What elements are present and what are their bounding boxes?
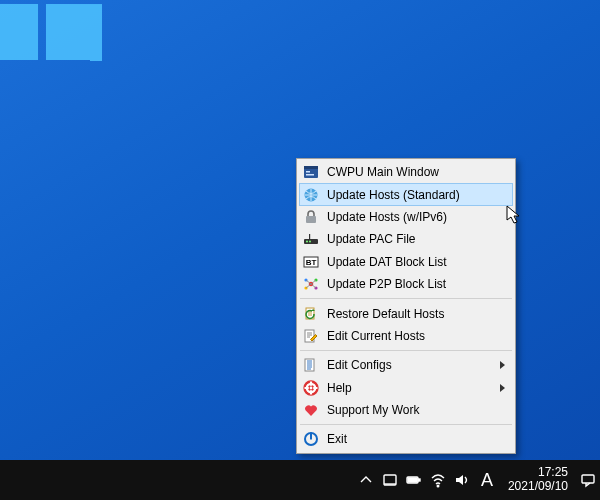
menu-item[interactable]: Edit Configs	[299, 354, 513, 376]
menu-separator	[300, 298, 512, 299]
submenu-arrow-icon	[500, 361, 505, 369]
restore-icon	[303, 306, 319, 322]
menu-item[interactable]: Update PAC File	[299, 228, 513, 250]
system-tray: A 17:25 2021/09/10	[354, 460, 600, 500]
exit-icon	[303, 431, 319, 447]
menu-item-label: Help	[327, 381, 352, 395]
windows-logo	[0, 0, 102, 61]
menu-item[interactable]: BTUpdate DAT Block List	[299, 251, 513, 273]
menu-item[interactable]: Update P2P Block List	[299, 273, 513, 295]
svg-point-21	[309, 386, 313, 390]
desktop[interactable]: CWPU Main WindowUpdate Hosts (Standard)U…	[0, 0, 600, 460]
menu-item-label: Update Hosts (Standard)	[327, 188, 460, 202]
app-window-icon	[303, 164, 319, 180]
taskbar[interactable]: A 17:25 2021/09/10	[0, 460, 600, 500]
svg-rect-29	[582, 475, 594, 483]
svg-rect-9	[309, 234, 310, 239]
p2p-icon	[303, 276, 319, 292]
menu-item-label: Edit Configs	[327, 358, 392, 372]
lock-icon	[303, 209, 319, 225]
menu-item[interactable]: Edit Current Hosts	[299, 325, 513, 347]
bt-icon: BT	[303, 254, 319, 270]
menu-item-label: Update P2P Block List	[327, 277, 446, 291]
menu-item[interactable]: Help	[299, 377, 513, 399]
wifi-icon[interactable]	[426, 460, 450, 500]
svg-rect-5	[306, 216, 316, 223]
configs-icon	[303, 357, 319, 373]
menu-item[interactable]: Update Hosts (w/IPv6)	[299, 206, 513, 228]
svg-text:BT: BT	[306, 258, 317, 267]
clock-time: 17:25	[538, 466, 568, 480]
battery-icon[interactable]	[402, 460, 426, 500]
svg-rect-23	[310, 433, 312, 440]
menu-separator	[300, 424, 512, 425]
menu-item[interactable]: CWPU Main Window	[299, 161, 513, 183]
taskbar-clock[interactable]: 17:25 2021/09/10	[500, 466, 576, 494]
submenu-arrow-icon	[500, 384, 505, 392]
menu-item-label: CWPU Main Window	[327, 165, 439, 179]
tray-context-menu: CWPU Main WindowUpdate Hosts (Standard)U…	[296, 158, 516, 454]
menu-item-label: Exit	[327, 432, 347, 446]
svg-rect-1	[304, 166, 318, 169]
heart-icon	[303, 402, 319, 418]
clock-date: 2021/09/10	[508, 480, 568, 494]
ime-indicator[interactable]: A	[474, 460, 500, 500]
menu-item-label: Restore Default Hosts	[327, 307, 444, 321]
svg-point-8	[309, 241, 311, 243]
svg-rect-27	[408, 478, 417, 482]
menu-item[interactable]: Exit	[299, 428, 513, 450]
volume-icon[interactable]	[450, 460, 474, 500]
menu-item[interactable]: Restore Default Hosts	[299, 302, 513, 324]
menu-item[interactable]: Support My Work	[299, 399, 513, 421]
svg-point-7	[306, 241, 308, 243]
tray-overflow-icon[interactable]	[354, 460, 378, 500]
menu-item-label: Support My Work	[327, 403, 419, 417]
pac-icon	[303, 231, 319, 247]
help-icon	[303, 380, 319, 396]
svg-rect-2	[306, 171, 310, 173]
svg-point-28	[437, 485, 439, 487]
globe-icon	[303, 187, 319, 203]
tray-app-icon[interactable]	[378, 460, 402, 500]
svg-rect-3	[306, 174, 314, 176]
action-center-icon[interactable]	[576, 460, 600, 500]
menu-item-label: Update Hosts (w/IPv6)	[327, 210, 447, 224]
svg-rect-26	[418, 479, 420, 481]
edit-icon	[303, 328, 319, 344]
menu-item-label: Edit Current Hosts	[327, 329, 425, 343]
menu-item[interactable]: Update Hosts (Standard)	[299, 183, 513, 205]
menu-separator	[300, 350, 512, 351]
menu-item-label: Update PAC File	[327, 232, 415, 246]
menu-item-label: Update DAT Block List	[327, 255, 447, 269]
